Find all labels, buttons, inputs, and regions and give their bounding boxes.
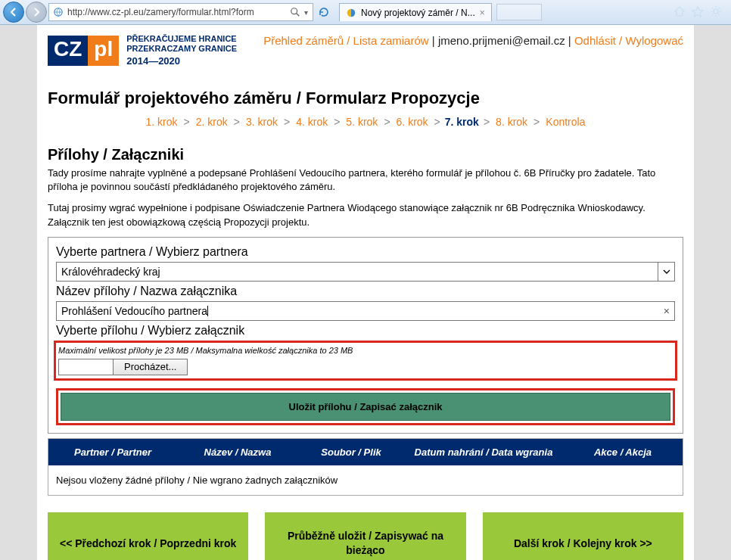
prev-step-button[interactable]: << Předchozí krok / Poprzedni krok: [48, 512, 248, 560]
attachment-name-input[interactable]: Prohlášení Vedoucího partnera ×: [56, 301, 675, 321]
table-empty-row: Nejsou vloženy žádné přílohy / Nie wgran…: [48, 465, 683, 495]
file-browse-highlight: Procházet...: [54, 356, 677, 381]
clear-icon[interactable]: ×: [664, 305, 670, 317]
step-link-8[interactable]: 8. krok: [494, 116, 529, 128]
partner-value: Královéhradecký kraj: [61, 266, 160, 278]
tab-title: Nový projektový záměr / N...: [361, 8, 475, 18]
upload-button[interactable]: Uložit přílohu / Zapisać załącznik: [61, 393, 670, 421]
chevron-down-icon[interactable]: [658, 263, 674, 281]
logout-link[interactable]: Odhlásit / Wylogować: [574, 34, 683, 47]
next-step-button[interactable]: Další krok / Kolejny krok >>: [483, 512, 683, 560]
logo: CZ pl PŘEKRAČUJEME HRANICE PRZEKRACZAMY …: [48, 34, 237, 67]
svg-point-3: [714, 9, 718, 14]
intro-text-pl: Tutaj prosimy wgrać wypełnione i podpisa…: [48, 201, 683, 229]
home-icon[interactable]: [673, 5, 686, 20]
step-link-9[interactable]: Kontrola: [544, 116, 586, 128]
tab-favicon: [346, 8, 356, 18]
refresh-button[interactable]: [316, 5, 331, 20]
intro-text-cz: Tady prosíme nahrajte vyplněné a podepsa…: [48, 166, 683, 194]
partner-label: Vyberte partnera / Wybierz partnera: [56, 245, 675, 259]
address-bar[interactable]: ▾: [48, 3, 313, 21]
attachment-name-value: Prohlášení Vedoucího partnera: [61, 305, 207, 317]
step-link-6[interactable]: 6. krok: [395, 116, 430, 128]
logo-line2: PRZEKRACZAMY GRANICE: [126, 44, 237, 54]
page-title: Formulář projektového záměru / Formularz…: [48, 89, 683, 108]
svg-point-1: [291, 8, 297, 14]
col-file: Soubor / Plik: [298, 439, 404, 465]
page-favicon: [52, 6, 64, 18]
col-action: Akce / Akcja: [563, 439, 683, 465]
nav-forward-button[interactable]: [26, 2, 47, 23]
logo-years: 2014—2020: [126, 55, 237, 67]
section-title: Přílohy / Załączniki: [48, 146, 683, 163]
attachment-form: Vyberte partnera / Wybierz partnera Král…: [48, 237, 683, 434]
search-icon[interactable]: [288, 5, 303, 20]
col-name: Název / Nazwa: [177, 439, 298, 465]
user-email: jmeno.prijmeni@email.cz: [438, 34, 565, 47]
step-link-4[interactable]: 4. krok: [294, 116, 329, 128]
step-link-1[interactable]: 1. krok: [145, 116, 179, 128]
logo-line1: PŘEKRAČUJEME HRANICE: [126, 34, 237, 44]
url-input[interactable]: [67, 7, 288, 17]
new-tab-button[interactable]: [496, 4, 542, 20]
addr-dropdown-icon[interactable]: ▾: [304, 8, 308, 17]
name-label: Název přílohy / Nazwa załącznika: [56, 285, 675, 298]
file-label: Vyberte přílohu / Wybierz załącznik: [56, 324, 675, 338]
tab-close-icon[interactable]: ×: [480, 8, 485, 18]
wizard-steps: 1. krok>2. krok>3. krok>4. krok>5. krok>…: [48, 116, 683, 128]
step-link-3[interactable]: 3. krok: [244, 116, 279, 128]
browser-chrome: ▾ Nový projektový záměr / N... ×: [0, 0, 731, 25]
svg-line-2: [297, 14, 300, 17]
logo-pl: pl: [88, 36, 119, 66]
browser-tab[interactable]: Nový projektový záměr / N... ×: [339, 3, 492, 21]
step-link-5[interactable]: 5. krok: [344, 116, 379, 128]
file-path-input[interactable]: [58, 359, 113, 375]
attachments-table: Partner / Partner Název / Nazwa Soubor /…: [48, 438, 683, 496]
upload-highlight: Uložit přílohu / Zapisać załącznik: [56, 388, 675, 425]
col-partner: Partner / Partner: [48, 439, 177, 465]
step-link-7: 7. krok: [445, 116, 479, 128]
save-draft-button[interactable]: Průběžně uložit / Zapisywać na bieżąco: [265, 512, 465, 560]
tools-icon[interactable]: [710, 5, 722, 20]
nav-back-button[interactable]: [3, 2, 24, 23]
favorites-icon[interactable]: [692, 5, 704, 20]
file-hint: Maximální velikost přílohy je 23 MB / Ma…: [58, 346, 353, 356]
col-date: Datum nahrání / Data wgrania: [404, 439, 563, 465]
overview-link[interactable]: Přehled záměrů / Lista zamiarów: [263, 34, 428, 47]
header-links: Přehled záměrů / Lista zamiarów | jmeno.…: [263, 34, 683, 47]
browse-button[interactable]: Procházet...: [113, 359, 188, 375]
logo-cz: CZ: [48, 36, 88, 66]
step-link-2[interactable]: 2. krok: [194, 116, 229, 128]
partner-select[interactable]: Královéhradecký kraj: [56, 262, 675, 282]
